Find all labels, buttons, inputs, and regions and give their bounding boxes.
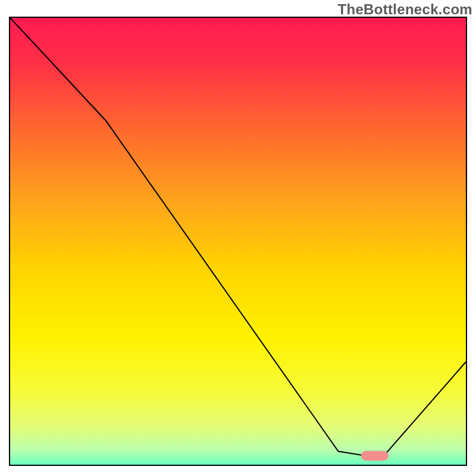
- optimal-marker: [361, 451, 389, 461]
- chart-frame: TheBottleneck.com: [0, 0, 476, 476]
- curve-layer: [10, 18, 466, 465]
- plot-area: [9, 17, 467, 466]
- bottleneck-curve: [10, 18, 466, 456]
- watermark-label: TheBottleneck.com: [338, 1, 472, 18]
